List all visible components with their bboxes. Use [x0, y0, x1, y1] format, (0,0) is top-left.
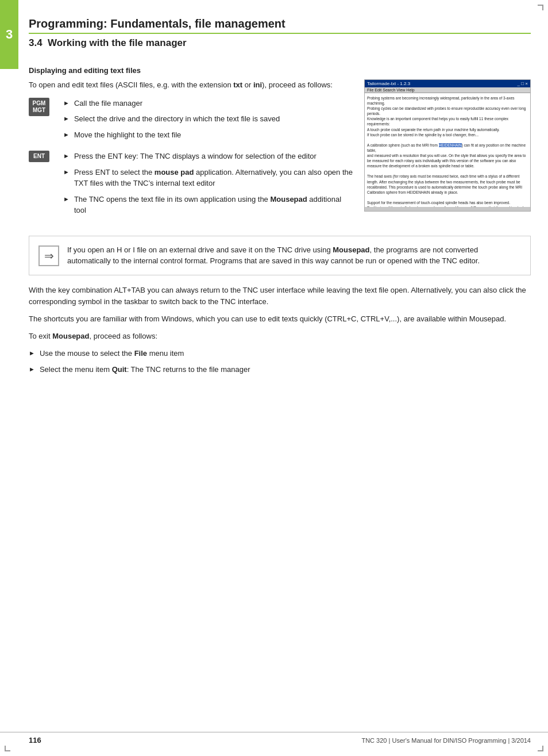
- screenshot-box: Tailormade-txt - 1.2.3 _ □ × File Edit S…: [364, 79, 531, 212]
- screenshot-titlebar: Tailormade-txt - 1.2.3 _ □ ×: [365, 80, 530, 87]
- exit-bullet-quit: ► Select the menu item Quit: The TNC ret…: [29, 364, 531, 375]
- screenshot-column: Tailormade-txt - 1.2.3 _ □ × File Edit S…: [364, 79, 531, 227]
- body-paragraph-2: The shortcuts you are familiar with from…: [29, 313, 531, 325]
- exit-bullet-list: ► Use the mouse to select the File menu …: [29, 348, 531, 375]
- arrow-icon-4: ►: [63, 151, 70, 161]
- exit-bullet-file: ► Use the mouse to select the File menu …: [29, 348, 531, 359]
- ent-key: ENT: [29, 151, 57, 164]
- note-box: ⇒ If you open an H or I file on an exter…: [29, 236, 531, 275]
- bullet-press-ent-mousepad: ► Press ENT to select the mouse pad appl…: [63, 167, 353, 189]
- bullet-tnc-opens: ► The TNC opens the text file in its own…: [63, 194, 353, 216]
- arrow-icon-5: ►: [63, 167, 70, 177]
- pgm-bullet-list: ► Call the file manager ► Select the dri…: [63, 98, 353, 145]
- chapter-tab: 3: [0, 0, 18, 69]
- ent-bullet-list: ► Press the ENT key: The TNC displays a …: [63, 151, 353, 221]
- screenshot-menubar: File Edit Search View Help: [365, 87, 530, 93]
- chapter-title: Programming: Fundamentals, file manageme…: [29, 17, 531, 34]
- body-paragraph-1: With the key combination ALT+TAB you can…: [29, 285, 531, 308]
- exit-arrow-icon-2: ►: [29, 364, 35, 374]
- screenshot-content: Probing systems are becoming increasingl…: [365, 93, 530, 207]
- pgm-mgt-button: PGMMGT: [29, 98, 49, 116]
- bullet-select-drive: ► Select the drive and the directory in …: [63, 113, 353, 125]
- arrow-icon-1: ►: [63, 98, 70, 108]
- body-paragraph-exit: To exit Mousepad, proceed as follows:: [29, 331, 531, 342]
- page-number: 116: [29, 736, 41, 745]
- pgm-key: PGMMGT: [29, 98, 57, 118]
- chapter-number: 3: [6, 27, 13, 42]
- note-icon: ⇒: [38, 245, 59, 266]
- bullet-call-file-manager: ► Call the file manager: [63, 98, 353, 109]
- bullet-press-ent: ► Press the ENT key: The TNC displays a …: [63, 151, 353, 162]
- arrow-icon-2: ►: [63, 114, 70, 124]
- bullet-move-highlight: ► Move the highlight to the text file: [63, 129, 353, 141]
- arrow-icon-3: ►: [63, 130, 70, 140]
- footer: 116 TNC 320 | User's Manual for DIN/ISO …: [0, 732, 548, 745]
- exit-arrow-icon-1: ►: [29, 348, 35, 358]
- arrow-icon-6: ►: [63, 194, 70, 204]
- section-title: 3.4 Working with the file manager: [29, 37, 531, 49]
- ent-button: ENT: [29, 151, 49, 162]
- doc-info: TNC 320 | User's Manual for DIN/ISO Prog…: [361, 737, 531, 744]
- note-text: If you open an H or I file on an externa…: [67, 244, 521, 267]
- subsection-title: Displaying and editing text files: [29, 66, 531, 75]
- instructions-column: To open and edit text files (ASCII files…: [29, 79, 353, 227]
- intro-text: To open and edit text files (ASCII files…: [29, 79, 353, 91]
- pgm-instruction-row: PGMMGT ► Call the file manager ► Select …: [29, 98, 353, 145]
- ent-instruction-row: ENT ► Press the ENT key: The TNC display…: [29, 151, 353, 221]
